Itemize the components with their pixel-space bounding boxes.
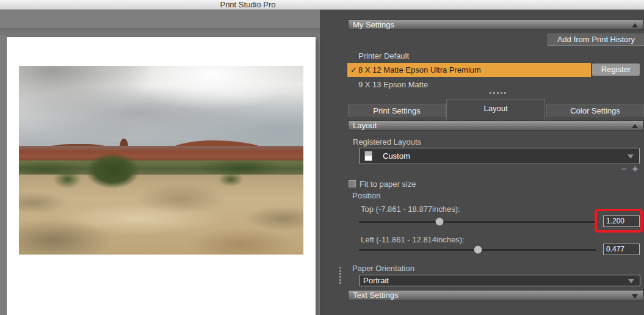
top-position-value-field[interactable]: 1.200 [603,215,640,227]
paper-orientation-label: Paper Orientation [352,264,414,273]
slider-thumb[interactable] [474,246,482,254]
left-position-value-field[interactable]: 0.477 [603,244,640,255]
collapse-up-icon[interactable] [632,124,638,128]
text-settings-title: Text Settings [353,291,398,300]
my-settings-title: My Settings [353,20,394,29]
tab-layout[interactable]: Layout [446,99,545,120]
chevron-down-icon [628,279,634,283]
title-bar: Print Studio Pro [0,0,644,10]
text-settings-section-header[interactable]: Text Settings [348,290,643,301]
layout-section-title: Layout [353,121,377,130]
preview-top-shadow [0,28,320,38]
my-settings-section-header[interactable]: My Settings [348,20,643,30]
photo-bush [53,170,82,189]
print-studio-pro-window: Print Studio Pro My Settings [0,0,644,315]
tab-print-settings[interactable]: Print Settings [348,104,446,117]
top-slider-label: Top (-7.861 - 18.877inches): [361,205,460,214]
position-label: Position [352,191,380,200]
registered-layouts-label: Registered Layouts [353,137,421,147]
fit-to-paper-checkbox[interactable] [349,180,356,187]
registered-layouts-dropdown[interactable]: Custom [359,148,640,164]
photo-tree [76,145,150,194]
add-layout-button[interactable]: + [632,164,638,174]
paper-orientation-value: Portrait [363,276,389,286]
left-slider-label: Left (-11.861 - 12.814inches): [361,235,465,244]
paper-orientation-dropdown[interactable]: Portrait [359,275,640,286]
layout-section-header[interactable]: Layout [348,120,643,131]
window-title: Print Studio Pro [220,0,275,10]
register-button[interactable]: Register [592,63,640,76]
photo-landscape[interactable] [19,66,303,255]
print-preview-area [0,10,320,315]
add-from-print-history-button[interactable]: Add from Print History [548,34,644,46]
tab-color-settings[interactable]: Color Settings [546,104,644,117]
chevron-down-icon [628,154,634,159]
photo-bush [218,172,244,187]
slider-track[interactable] [359,221,596,223]
paper-preview [7,37,316,315]
slider-thumb[interactable] [436,218,444,226]
settings-list-item-printer-default[interactable]: Printer Default [348,50,643,62]
checkmark-icon: ✓ [350,63,357,77]
collapse-up-icon[interactable] [632,23,638,27]
registered-layouts-value: Custom [383,151,410,161]
list-resize-handle[interactable] [490,92,506,94]
selected-setting-label: 8 X 12 Matte Epson Ultra Premium [358,65,481,74]
settings-list-item-epson-matte[interactable]: 9 X 13 Epson Matte [348,79,643,91]
fit-to-paper-label: Fit to paper size [360,179,416,189]
remove-layout-button[interactable]: − [621,164,626,174]
settings-list-item-selected[interactable]: ✓ 8 X 12 Matte Epson Ultra Premium [347,63,591,77]
panel-splitter-handle[interactable] [339,267,341,285]
layout-thumbnail-icon [364,151,372,161]
top-position-slider[interactable] [359,217,596,226]
photo-sky [19,66,303,151]
collapse-down-icon[interactable] [632,294,638,299]
left-position-slider[interactable] [359,245,596,254]
